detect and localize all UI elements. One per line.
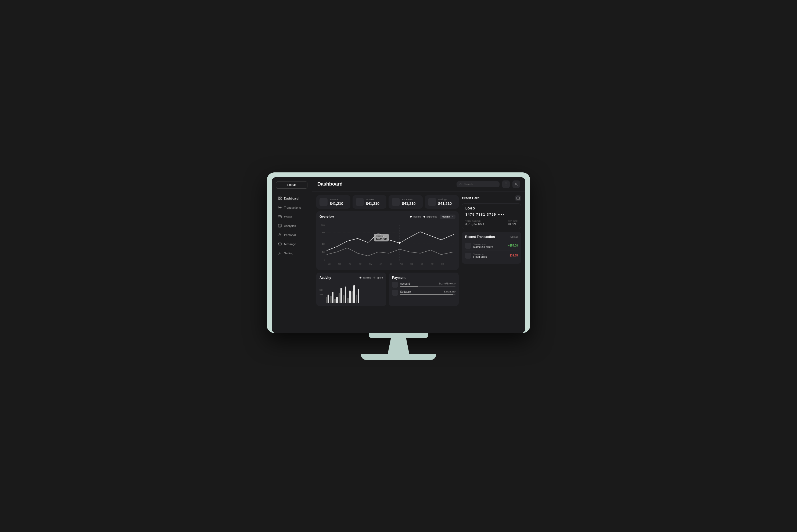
bar xyxy=(349,290,351,303)
sidebar-label-dashboard: Dashboard xyxy=(284,197,299,200)
monitor-stand-top xyxy=(369,333,428,338)
total-balance-label: TOTAL BLANCAR xyxy=(465,220,484,222)
bar-group-4 xyxy=(338,288,342,303)
overview-card: Overview Income xyxy=(316,211,459,270)
message-icon xyxy=(278,242,282,246)
sidebar-item-message[interactable]: Message xyxy=(273,240,310,248)
legend-expenses: Expenses xyxy=(424,215,437,218)
legend-income: Income xyxy=(410,215,421,218)
overview-chart: $1100 $900 $300 $100 0 xyxy=(319,221,456,267)
see-all-link[interactable]: See all xyxy=(510,235,518,238)
bar-group-8 xyxy=(356,289,359,303)
software-amount: $241/$250 xyxy=(444,290,456,293)
expenses-icon-box xyxy=(392,198,400,206)
stat-card-income: Income $41,210 xyxy=(353,195,387,209)
activity-card: Activity Earning Spent xyxy=(316,272,386,306)
overview-legend: Income Expenses xyxy=(410,215,437,218)
svg-rect-0 xyxy=(278,197,279,198)
bar xyxy=(328,294,329,303)
svg-text:Apr: Apr xyxy=(359,262,362,265)
avatar-button[interactable] xyxy=(513,180,520,188)
sidebar-label-transactions: Transactions xyxy=(284,206,301,209)
search-input[interactable] xyxy=(464,183,497,186)
svg-text:Sep: Sep xyxy=(410,262,413,265)
overview-chart-svg: $1100 $900 $300 $100 0 xyxy=(319,221,456,267)
svg-text:Oct: Oct xyxy=(421,262,423,265)
legend-expenses-dot xyxy=(424,216,425,217)
sidebar-item-setting[interactable]: Setting xyxy=(273,249,310,257)
software-progress-fill xyxy=(400,294,453,295)
sidebar: LOGO Dashboard Transactions xyxy=(272,177,312,333)
bar-group-6 xyxy=(347,290,351,303)
txn-icon-2 xyxy=(465,253,471,259)
sidebar-item-personal[interactable]: Personal xyxy=(273,231,310,239)
legend-income-dot xyxy=(410,216,412,217)
stat-card-savings: Savings $41,210 xyxy=(425,195,459,209)
payment-header: Payment xyxy=(392,276,456,280)
search-box[interactable] xyxy=(457,181,500,187)
balance-value: $41,210 xyxy=(330,202,344,206)
account-label: Account xyxy=(400,282,410,285)
svg-text:0: 0 xyxy=(325,259,325,261)
txn-name-1: Matheus Ferrero xyxy=(473,245,508,248)
activity-y-3k: $3k xyxy=(319,289,323,291)
content-left: Balance $41,210 Income $41,210 xyxy=(316,195,459,329)
bar xyxy=(334,299,336,303)
savings-value: $41,210 xyxy=(438,202,452,206)
chevron-down-icon xyxy=(451,216,453,218)
svg-text:Nov: Nov xyxy=(431,262,434,265)
txn-icon-1 xyxy=(465,243,471,249)
svg-text:Jan: Jan xyxy=(328,262,331,265)
header: Dashboard xyxy=(312,177,525,191)
bar xyxy=(326,297,327,303)
savings-icon-box xyxy=(428,198,436,206)
sidebar-item-dashboard[interactable]: Dashboard xyxy=(273,194,310,203)
sidebar-item-wallet[interactable]: Wallet xyxy=(273,213,310,221)
bottom-row: Activity Earning Spent xyxy=(316,272,459,306)
monitor-stand-base xyxy=(361,354,436,360)
credit-card-footer: TOTAL BLANCAR 3,215,352 USD EXP. DATE 04… xyxy=(465,220,518,226)
bar-group-2 xyxy=(330,292,333,303)
software-icon xyxy=(392,290,398,296)
svg-text:$100: $100 xyxy=(322,250,325,253)
bar xyxy=(347,298,349,303)
credit-card-section: Credit Card LOGO 3475 7381 3759 •••• xyxy=(462,195,521,229)
svg-rect-8 xyxy=(278,243,281,245)
overview-title: Overview xyxy=(319,215,334,218)
bar xyxy=(343,295,345,303)
activity-legend: Earning Spent xyxy=(359,276,383,279)
svg-point-9 xyxy=(279,253,280,254)
expenses-value: $41,210 xyxy=(402,202,416,206)
svg-text:May: May xyxy=(369,262,372,265)
balance-label: Balance xyxy=(330,198,344,201)
user-icon xyxy=(514,182,518,186)
activity-title: Activity xyxy=(319,276,331,280)
svg-rect-5 xyxy=(278,216,282,218)
software-progress-bar xyxy=(400,294,456,295)
credit-card-number: 3475 7381 3759 •••• xyxy=(465,213,518,216)
svg-text:Dec: Dec xyxy=(441,262,444,265)
spent-dot xyxy=(373,277,375,279)
savings-label: Savings xyxy=(438,198,452,201)
txn-name-2: Floyd Miles xyxy=(473,255,509,258)
notification-button[interactable] xyxy=(502,180,510,188)
balance-icon-box xyxy=(319,198,328,206)
svg-point-23 xyxy=(399,242,401,244)
expenses-label: Expenses xyxy=(402,198,416,201)
bar xyxy=(332,292,333,303)
credit-card-menu-button[interactable] xyxy=(515,195,521,201)
sidebar-item-analytics[interactable]: Analytics xyxy=(273,222,310,230)
monitor-wrapper: LOGO Dashboard Transactions xyxy=(267,172,530,360)
search-icon xyxy=(459,183,462,186)
bar-group-1 xyxy=(326,294,329,303)
total-balance-value: 3,215,352 USD xyxy=(465,223,484,226)
dashboard-icon xyxy=(278,196,282,201)
bar xyxy=(345,287,346,303)
sidebar-item-transactions[interactable]: Transactions xyxy=(273,204,310,212)
legend-spent: Spent xyxy=(373,276,383,279)
sidebar-label-message: Message xyxy=(284,243,296,246)
payment-card: Payment Account $ xyxy=(389,272,459,306)
bar-group-3 xyxy=(334,297,338,303)
monthly-filter-button[interactable]: Monthly xyxy=(440,214,456,219)
bar xyxy=(330,296,332,303)
